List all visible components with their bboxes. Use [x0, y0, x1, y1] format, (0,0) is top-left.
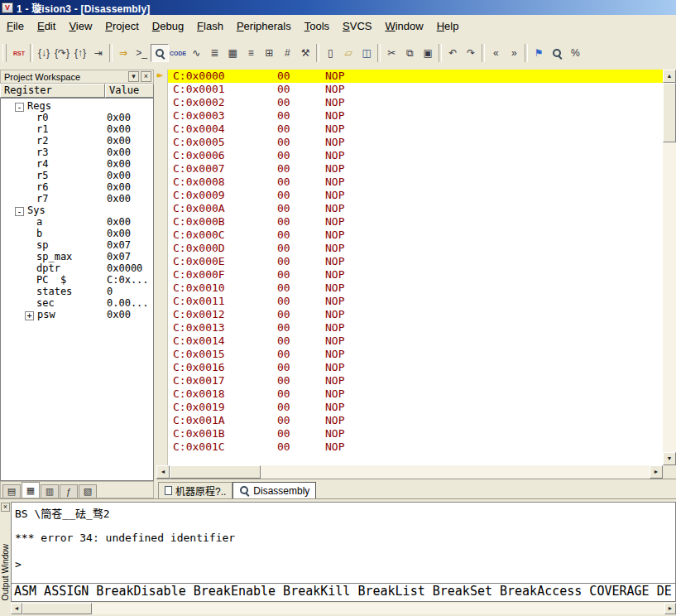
menu-item[interactable]: Help: [430, 17, 466, 35]
menu-item[interactable]: Window: [378, 17, 429, 35]
register-row-a[interactable]: a0x00: [1, 216, 153, 228]
disassembly-window-button[interactable]: [151, 44, 169, 62]
collapse-icon[interactable]: -: [15, 207, 24, 216]
menu-item[interactable]: Peripherals: [230, 17, 298, 35]
menu-item[interactable]: Debug: [146, 17, 190, 35]
call-stack-window-button[interactable]: ≡: [242, 44, 260, 62]
scroll-left-button[interactable]: ◄: [156, 465, 170, 479]
workspace-header[interactable]: Project Workspace ▾ ×: [0, 70, 154, 84]
disassembly-row[interactable]: C:0x000E00NOP: [156, 255, 663, 268]
register-row-pc[interactable]: PC $C:0x...: [1, 274, 153, 286]
files-tab[interactable]: ▤: [2, 484, 21, 498]
find-in-files-button[interactable]: %: [566, 44, 584, 62]
disassembly-row[interactable]: C:0x000D00NOP: [156, 242, 663, 255]
output-close-button[interactable]: ×: [1, 503, 10, 512]
step-over-button[interactable]: {↷}: [53, 44, 71, 62]
copy-button[interactable]: ⧉: [400, 44, 419, 62]
indent-right-button[interactable]: »: [505, 44, 523, 62]
output-horizontal-scrollbar[interactable]: ◄ ►: [11, 603, 676, 614]
scroll-down-button[interactable]: ▼: [663, 452, 676, 465]
templates-tab[interactable]: ▧: [79, 484, 97, 498]
disassembly-row[interactable]: C:0x000900NOP: [156, 189, 663, 202]
title-bar[interactable]: 1 - 璇ision3 - [Disassembly]: [0, 0, 676, 15]
disassembly-row[interactable]: C:0x001400NOP: [156, 334, 663, 348]
horizontal-scrollbar[interactable]: ◄ ►: [156, 465, 663, 479]
disassembly-row[interactable]: C:0x001700NOP: [156, 374, 663, 387]
menu-item[interactable]: SVCS: [336, 17, 378, 35]
run-to-cursor-button[interactable]: ⇥: [89, 44, 108, 62]
workspace-close-button[interactable]: ×: [141, 71, 151, 82]
cut-button[interactable]: ✂: [382, 44, 400, 62]
memory-window-button[interactable]: ⊞: [260, 44, 278, 62]
disassembly-row[interactable]: C:0x000500NOP: [156, 136, 663, 149]
register-row-sp[interactable]: sp0x07: [1, 239, 153, 251]
register-row-r0[interactable]: r00x00: [1, 112, 153, 123]
menu-item[interactable]: Flash: [190, 17, 230, 35]
toolbar-grip[interactable]: [2, 44, 7, 62]
disassembly-row[interactable]: C:0x000600NOP: [156, 149, 663, 162]
menu-item[interactable]: Project: [98, 17, 145, 35]
command-window-button[interactable]: >_: [132, 44, 151, 62]
toggle-bookmark-button[interactable]: ⚑: [530, 44, 548, 62]
menu-item[interactable]: View: [62, 17, 98, 35]
find-button[interactable]: [548, 44, 566, 62]
disassembly-row[interactable]: C:0x000700NOP: [156, 162, 663, 176]
register-row-r2[interactable]: r20x00: [1, 135, 153, 147]
undo-button[interactable]: ↶: [443, 44, 462, 62]
step-into-button[interactable]: {↓}: [35, 44, 53, 62]
tree-group-sys[interactable]: -Sys: [1, 205, 153, 216]
column-header-register[interactable]: Register: [0, 84, 105, 98]
disassembly-row[interactable]: C:0x001300NOP: [156, 321, 663, 334]
register-row-r3[interactable]: r30x00: [1, 147, 153, 158]
disassembly-row[interactable]: C:0x000100NOP: [156, 83, 663, 96]
disassembly-row[interactable]: C:0x000800NOP: [156, 176, 663, 189]
registers-window-button[interactable]: ▦: [223, 44, 242, 62]
scroll-right-button[interactable]: ►: [664, 603, 676, 614]
tab-item[interactable]: 机器原程?..: [158, 482, 233, 498]
scroll-up-button[interactable]: ▲: [663, 70, 676, 83]
regs-tab[interactable]: ▦: [22, 482, 40, 498]
disassembly-row[interactable]: C:0x001800NOP: [156, 387, 663, 401]
tab-disassembly[interactable]: Disassembly: [233, 482, 316, 498]
disassembly-row[interactable]: C:0x000C00NOP: [156, 229, 663, 242]
workspace-menu-button[interactable]: ▾: [128, 71, 139, 82]
expand-icon[interactable]: +: [25, 311, 34, 320]
performance-analyzer-button[interactable]: ∿: [187, 44, 205, 62]
disassembly-row[interactable]: C:0x001000NOP: [156, 282, 663, 295]
disassembly-row[interactable]: C:0x000400NOP: [156, 123, 663, 136]
disassembly-row-current[interactable]: C:0x000000NOP: [156, 70, 663, 83]
app-icon[interactable]: [2, 2, 13, 13]
disassembly-row[interactable]: C:0x001C00NOP: [156, 440, 663, 454]
disassembly-row[interactable]: C:0x000B00NOP: [156, 215, 663, 229]
serial-window-button[interactable]: #: [278, 44, 296, 62]
scroll-thumb[interactable]: [663, 83, 676, 142]
register-row-r5[interactable]: r50x00: [1, 170, 153, 181]
show-next-statement-button[interactable]: ⇒: [114, 44, 132, 62]
scroll-right-button[interactable]: ►: [650, 465, 663, 479]
register-row-r7[interactable]: r70x00: [1, 193, 153, 205]
open-file-button[interactable]: ▱: [339, 44, 357, 62]
disassembly-row[interactable]: C:0x000A00NOP: [156, 202, 663, 215]
register-row-dptr[interactable]: dptr0x0000: [1, 262, 153, 274]
collapse-icon[interactable]: -: [15, 103, 24, 112]
menu-item[interactable]: File: [0, 17, 31, 35]
functions-tab[interactable]: ƒ: [60, 484, 78, 498]
register-row-psw[interactable]: +psw0x00: [1, 309, 153, 320]
scroll-thumb[interactable]: [22, 603, 92, 614]
toolbox-button[interactable]: ⚒: [296, 44, 314, 62]
register-row-r1[interactable]: r10x00: [1, 123, 153, 135]
books-tab[interactable]: ▥: [41, 484, 59, 498]
column-header-value[interactable]: Value: [105, 84, 154, 98]
register-row-b[interactable]: b0x00: [1, 228, 153, 239]
disassembly-row[interactable]: C:0x001600NOP: [156, 361, 663, 374]
disassembly-row[interactable]: C:0x000300NOP: [156, 109, 663, 123]
disassembly-row[interactable]: C:0x001900NOP: [156, 401, 663, 414]
scroll-thumb[interactable]: [170, 465, 261, 479]
register-row-r4[interactable]: r40x00: [1, 158, 153, 170]
paste-button[interactable]: ▣: [419, 44, 437, 62]
disassembly-row[interactable]: C:0x001B00NOP: [156, 427, 663, 440]
disassembly-row[interactable]: C:0x000200NOP: [156, 96, 663, 109]
register-row-states[interactable]: states0: [1, 286, 153, 297]
disassembly-row[interactable]: C:0x000F00NOP: [156, 268, 663, 282]
code-coverage-button[interactable]: CODE: [169, 44, 187, 62]
